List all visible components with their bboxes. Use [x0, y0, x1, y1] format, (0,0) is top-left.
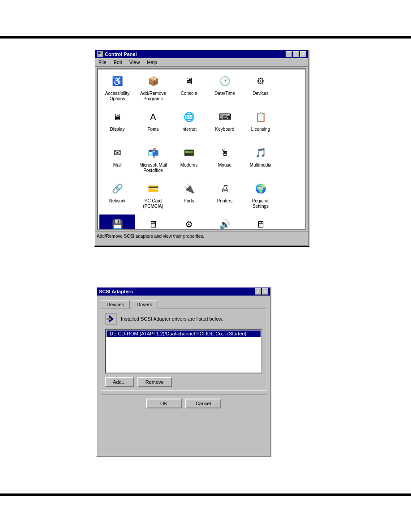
scsi-dialog-title: SCSI Adapters: [99, 289, 133, 294]
cp-icon-label-mail: Mail: [113, 163, 121, 168]
remove-driver-button[interactable]: Remove: [137, 377, 172, 387]
cp-icon-display[interactable]: 🖥Display: [99, 107, 135, 143]
scsi-title: SCSI Adapters: [99, 289, 133, 294]
tab-drivers[interactable]: Drivers: [131, 300, 158, 309]
cancel-button[interactable]: Cancel: [185, 399, 221, 408]
cp-icon-ms-mail[interactable]: 📬Microsoft Mail Postoffice: [135, 143, 171, 179]
cp-icon-label-mouse: Mouse: [218, 163, 231, 168]
services-icon: ⚙: [181, 216, 197, 230]
cp-icon-sounds[interactable]: 🔊Sounds: [207, 215, 243, 230]
menu-view[interactable]: View: [128, 59, 142, 65]
minimize-button[interactable]: _: [286, 51, 292, 57]
control-panel-title: Control Panel: [105, 51, 137, 57]
cp-icon-accessibility[interactable]: ♿Accessibility Options: [99, 71, 135, 107]
cp-icon-label-console: Console: [181, 91, 197, 96]
pccard-icon: 💳: [145, 180, 161, 197]
scsi-title-buttons: ? ✕: [255, 288, 268, 295]
cp-icon-system1[interactable]: 🖥System: [243, 215, 278, 230]
cp-icon-ports[interactable]: 🔌Ports: [171, 179, 207, 215]
cp-icon-modems[interactable]: 📟Modems: [171, 143, 207, 179]
control-panel-title-bar: Control Panel _ □ ✕: [95, 50, 308, 58]
cp-icon-services[interactable]: ⚙Services: [171, 215, 207, 230]
cp-icon-label-fonts: Fonts: [147, 127, 158, 132]
cp-icon-label-keyboard: Keyboard: [215, 127, 235, 132]
status-bar: Add/Remove SCSI adapters and view their …: [95, 232, 308, 240]
scsi-icon: 💾: [109, 216, 125, 230]
cp-icon-multimedia[interactable]: 🎵Multimedia: [243, 143, 278, 179]
title-bar-title: Control Panel: [97, 51, 137, 57]
scsi-header-icon: [105, 313, 117, 325]
tab-devices-label: Devices: [107, 302, 124, 307]
cp-icon-internet[interactable]: 🌐Internet: [171, 107, 207, 143]
driver-item[interactable]: IDE CD-ROM (ATAPI 1.2)/Dual-channel PCI …: [107, 330, 261, 337]
cp-icon-label-internet: Internet: [181, 127, 197, 132]
cp-icon-label-accessibility: Accessibility Options: [105, 91, 129, 102]
add-driver-button[interactable]: Add...: [105, 377, 134, 387]
printers-icon: 🖨: [217, 180, 233, 197]
ms-mail-icon: 📬: [145, 145, 161, 161]
accessibility-icon: ♿: [109, 73, 125, 89]
title-bar-buttons: _ □ ✕: [286, 51, 306, 57]
scsi-close-button[interactable]: ✕: [262, 288, 268, 295]
driver-list[interactable]: IDE CD-ROM (ATAPI 1.2)/Dual-channel PCI …: [105, 329, 262, 373]
cp-icon-server[interactable]: 🖥Server: [135, 215, 171, 230]
cp-icon-label-display: Display: [110, 127, 125, 132]
cp-icon-devices[interactable]: ⚙Devices: [243, 71, 278, 107]
drivers-tab-header: Installed SCSI Adapter drivers are liste…: [105, 313, 262, 325]
cp-icon-add-remove[interactable]: 📦Add/Remove Programs: [135, 71, 171, 107]
cp-icon-network[interactable]: 🔗Network: [99, 179, 135, 215]
cp-icon-printers[interactable]: 🖨Printers: [207, 179, 243, 215]
cp-icon-mail[interactable]: ✉Mail: [99, 143, 135, 179]
cp-icon-label-regional: Regional Settings: [252, 198, 269, 209]
tab-drivers-label: Drivers: [137, 302, 152, 307]
mail-icon: ✉: [109, 145, 125, 161]
svg-rect-4: [100, 55, 102, 56]
tab-devices[interactable]: Devices: [101, 300, 130, 309]
cp-icon-scsi[interactable]: 💾SCSI Adapters: [99, 215, 135, 230]
cp-icon-label-multimedia: Multimedia: [250, 163, 271, 168]
close-button[interactable]: ✕: [300, 51, 306, 57]
maximize-button[interactable]: □: [293, 51, 299, 57]
status-text: Add/Remove SCSI adapters and view their …: [97, 234, 204, 239]
bottom-bar: [0, 493, 411, 496]
console-icon: 🖥: [181, 73, 197, 89]
cp-icon-regional[interactable]: 🌍Regional Settings: [243, 179, 278, 215]
svg-rect-1: [98, 52, 100, 54]
scsi-help-button[interactable]: ?: [255, 288, 261, 295]
scsi-adapters-dialog: SCSI Adapters ? ✕ Devices Drivers: [96, 287, 271, 457]
ok-button[interactable]: OK: [146, 399, 182, 408]
cp-icon-label-printers: Printers: [217, 198, 232, 204]
cp-icon-datetime[interactable]: 🕐Date/Time: [207, 71, 243, 107]
cp-icon-fonts[interactable]: AFonts: [135, 107, 171, 143]
display-icon: 🖥: [109, 109, 125, 125]
control-panel-icon: [97, 51, 103, 57]
devices-icon: ⚙: [253, 73, 269, 89]
cp-icon-mouse[interactable]: 🖱Mouse: [207, 143, 243, 179]
svg-rect-2: [100, 52, 102, 54]
cp-icon-label-licensing: Licensing: [251, 127, 270, 132]
network-icon: 🔗: [109, 180, 125, 197]
control-panel-window: Control Panel _ □ ✕ File Edit View Help …: [94, 49, 309, 246]
cp-icon-licensing[interactable]: 📋Licensing: [243, 107, 278, 143]
tab-bar: Devices Drivers: [101, 300, 266, 309]
mouse-icon: 🖱: [217, 145, 233, 161]
cp-icon-console[interactable]: 🖥Console: [171, 71, 207, 107]
menu-edit[interactable]: Edit: [112, 59, 124, 65]
cp-icon-pccard[interactable]: 💳PC Card (PCMCIA): [135, 179, 171, 215]
cp-icon-label-add-remove: Add/Remove Programs: [140, 91, 166, 102]
modems-icon: 📟: [181, 145, 197, 161]
regional-icon: 🌍: [253, 180, 269, 197]
licensing-icon: 📋: [253, 109, 269, 125]
menu-help[interactable]: Help: [145, 59, 159, 65]
top-bar: [0, 36, 411, 39]
datetime-icon: 🕐: [217, 73, 233, 89]
ok-cancel-buttons: OK Cancel: [101, 395, 266, 412]
server-icon: 🖥: [145, 216, 161, 230]
cp-icon-keyboard[interactable]: ⌨Keyboard: [207, 107, 243, 143]
add-remove-icon: 📦: [145, 73, 161, 89]
menu-file[interactable]: File: [97, 59, 108, 65]
cp-icon-label-devices: Devices: [253, 91, 269, 96]
svg-rect-3: [98, 55, 99, 56]
cp-icon-label-datetime: Date/Time: [214, 91, 235, 96]
keyboard-icon: ⌨: [217, 109, 233, 125]
